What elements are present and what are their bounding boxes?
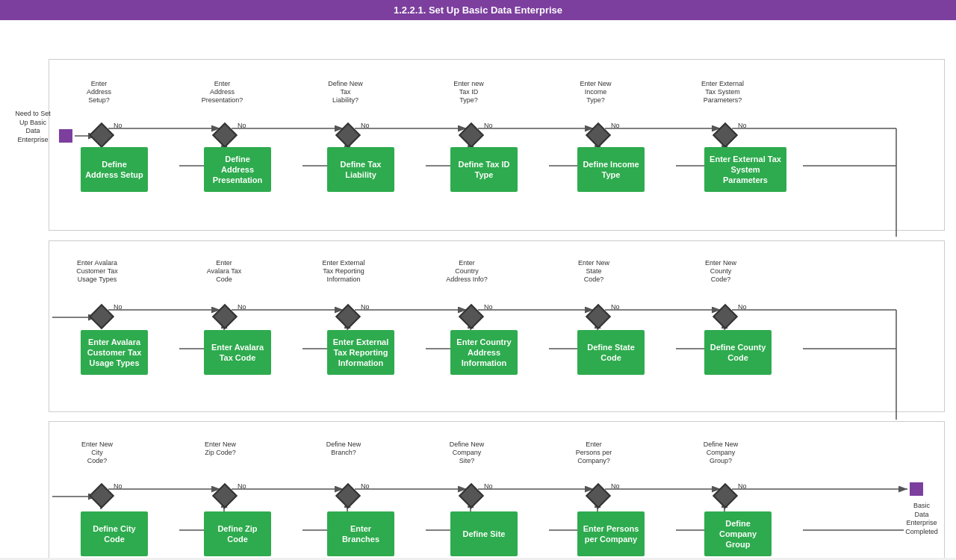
end-box: [910, 482, 923, 496]
decision-label-d14: Enter NewZip Code?: [190, 441, 250, 457]
process-p13[interactable]: Define City Code: [81, 511, 148, 556]
process-p2[interactable]: Define Address Presentation: [204, 147, 271, 192]
decision-label-d9: Enter ExternalTax ReportingInformation: [314, 259, 373, 283]
no-label-d18: No: [738, 482, 747, 490]
process-p9[interactable]: Enter External Tax Reporting Information: [327, 330, 394, 375]
process-p15[interactable]: Enter Branches: [327, 511, 394, 556]
no-label-d14: No: [238, 482, 246, 490]
no-label-d1: No: [114, 122, 122, 129]
decision-label-d5: Enter NewIncomeType?: [568, 80, 624, 104]
decision-label-d11: Enter NewStateCode?: [564, 259, 624, 283]
decision-label-d7: Enter AvalaraCustomer TaxUsage Types: [63, 259, 131, 283]
no-label-d8: No: [238, 303, 246, 311]
decision-label-d6: Enter ExternalTax SystemParameters?: [695, 80, 751, 104]
start-box: [59, 129, 72, 143]
process-p17[interactable]: Enter Persons per Company: [577, 511, 645, 556]
no-label-d6: No: [738, 122, 747, 129]
no-label-d16: No: [484, 482, 493, 490]
no-label-d2: No: [238, 122, 246, 129]
no-label-d15: No: [361, 482, 370, 490]
process-p3[interactable]: Define Tax Liability: [327, 147, 394, 192]
decision-label-d16: Define NewCompanySite?: [437, 441, 497, 464]
decision-label-d8: EnterAvalara TaxCode: [194, 259, 254, 283]
decision-label-d12: Enter NewCountyCode?: [691, 259, 751, 283]
process-p10[interactable]: Enter Country Address Information: [450, 330, 518, 375]
decision-label-d2: EnterAddressPresentation?: [194, 80, 250, 104]
process-p12[interactable]: Define County Code: [704, 330, 772, 375]
process-p14[interactable]: Define Zip Code: [204, 511, 271, 556]
process-p6[interactable]: Enter External Tax System Parameters: [704, 147, 786, 192]
process-p1[interactable]: Define Address Setup: [81, 147, 148, 192]
process-p8[interactable]: Enter Avalara Tax Code: [204, 330, 271, 375]
no-label-d7: No: [114, 303, 122, 311]
no-label-d9: No: [361, 303, 370, 311]
header-title: 1.2.2.1. Set Up Basic Data Enterprise: [394, 4, 562, 16]
no-label-d5: No: [611, 122, 620, 129]
process-p5[interactable]: Define Income Type: [577, 147, 645, 192]
no-label-d3: No: [361, 122, 370, 129]
end-label: BasicDataEnterpriseCompleted: [896, 502, 947, 537]
no-label-d4: No: [484, 122, 493, 129]
decision-label-d18: Define NewCompanyGroup?: [691, 441, 751, 464]
process-p16[interactable]: Define Site: [450, 511, 518, 556]
decision-label-d15: Define NewBranch?: [314, 441, 373, 457]
start-label: Need to SetUp BasicDataEnterprise: [7, 110, 58, 145]
decision-label-d3: Define NewTaxLiability?: [317, 80, 373, 104]
decision-label-d1: EnterAddressSetup?: [71, 80, 127, 104]
process-p11[interactable]: Define State Code: [577, 330, 645, 375]
decision-label-d13: Enter NewCityCode?: [67, 441, 127, 464]
lane-1: [49, 59, 945, 231]
process-p7[interactable]: Enter Avalara Customer Tax Usage Types: [81, 330, 148, 375]
process-p4[interactable]: Define Tax ID Type: [450, 147, 518, 192]
no-label-d10: No: [484, 303, 493, 311]
lane-2: [49, 240, 945, 412]
no-label-d12: No: [738, 303, 747, 311]
header: 1.2.2.1. Set Up Basic Data Enterprise: [0, 0, 956, 20]
process-p18[interactable]: Define Company Group: [704, 511, 772, 556]
no-label-d17: No: [611, 482, 620, 490]
decision-label-d4: Enter newTax IDType?: [441, 80, 497, 104]
main-canvas: Need to SetUp BasicDataEnterprise BasicD…: [0, 20, 956, 558]
no-label-d11: No: [611, 303, 620, 311]
decision-label-d17: EnterPersons perCompany?: [564, 441, 624, 464]
decision-label-d10: EnterCountryAddress Info?: [437, 259, 497, 283]
no-label-d13: No: [114, 482, 122, 490]
